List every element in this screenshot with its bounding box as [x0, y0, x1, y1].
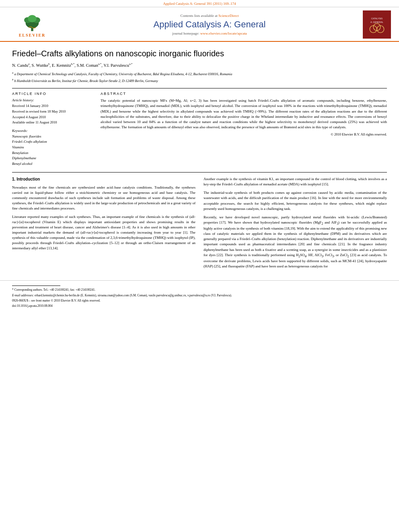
contents-available-line: Contents lists available at ScienceDirec…: [56, 14, 363, 18]
keyword-3: Vitamins: [12, 145, 93, 150]
keywords-list: Nanoscopic fluorides Friedel–Crafts alky…: [12, 134, 93, 167]
article-info-label: ARTICLE INFO: [12, 92, 93, 96]
journal-citation-bar: Applied Catalysis A: General 391 (2011) …: [0, 0, 399, 7]
svg-text:A: GENERAL: A: GENERAL: [370, 21, 383, 23]
svg-text:CATALYSIS: CATALYSIS: [371, 17, 383, 20]
right-para-1: Another example is the synthesis of vita…: [204, 177, 387, 187]
keyword-2: Friedel–Crafts alkylation: [12, 139, 93, 145]
body-section: 1. Introduction Nowadays most of the fin…: [12, 172, 387, 272]
revised-date: Received in revised form 18 May 2010: [12, 109, 93, 115]
journal-name: Applied Catalysis A: General: [56, 19, 363, 30]
available-date: Available online 11 August 2010: [12, 120, 93, 125]
abstract-col: ABSTRACT The catalytic potential of nano…: [101, 92, 387, 166]
affiliation-b: b b Humboldt-Universität zu Berlin, Inst…: [12, 78, 387, 84]
catalysis-logo: CATALYSIS A: GENERAL: [363, 10, 391, 39]
keyword-5: Diphenylmethane: [12, 156, 93, 161]
right-para-2: The industrial-scale synthesis of both p…: [204, 190, 387, 211]
sciencedirect-link[interactable]: ScienceDirect: [218, 14, 239, 18]
authors-line: N. Candua, S. Wuttkeb, E. Kemnitzb,*, S.…: [12, 62, 387, 68]
article-info-col: ARTICLE INFO Article history: Received 1…: [12, 92, 93, 166]
svg-rect-5: [364, 12, 389, 37]
body-two-col: 1. Introduction Nowadays most of the fin…: [12, 177, 387, 272]
elsevier-logo: ELSEVIER: [8, 12, 56, 37]
right-para-3: Recently, we have developed novel nanosc…: [204, 215, 387, 269]
journal-homepage-link[interactable]: www.elsevier.com/locate/apcata: [200, 31, 247, 35]
history-label: Article history:: [12, 98, 93, 102]
body-right-col: Another example is the synthesis of vita…: [204, 177, 387, 272]
abstract-text: The catalytic potential of nanoscopic MF…: [101, 98, 387, 129]
journal-title-center: Contents lists available at ScienceDirec…: [56, 14, 363, 35]
page-footer: * Corresponding authors. Tel.: +40 21410…: [0, 280, 399, 311]
accepted-date: Accepted 4 August 2010: [12, 115, 93, 120]
main-header: ELSEVIER Contents lists available at Sci…: [0, 7, 399, 42]
info-abstract-section: ARTICLE INFO Article history: Received 1…: [12, 88, 387, 166]
article-title: Friedel–Crafts alkylations on nanoscopic…: [12, 48, 387, 59]
elsevier-tree-icon: [16, 12, 48, 32]
doi-note: doi:10.1016/j.apcata.2010.08.004: [12, 304, 387, 308]
intro-para-2: Literature reported many examples of suc…: [12, 214, 195, 251]
affiliation-a: a a Department of Chemical Technology an…: [12, 71, 387, 77]
affiliations: a a Department of Chemical Technology an…: [12, 71, 387, 83]
footer-divider: [12, 286, 60, 286]
email-note: E-mail addresses: erhard.kemnitz@chemie.…: [12, 293, 387, 298]
article-content: Friedel–Crafts alkylations on nanoscopic…: [0, 42, 399, 280]
intro-para-1: Nowadays most of the fine chemicals are …: [12, 185, 195, 211]
intro-heading: 1. Introduction: [12, 177, 195, 183]
keyword-6: Benzyl alcohol: [12, 161, 93, 167]
keywords-label: Keywords:: [12, 129, 93, 133]
keyword-4: Benzylation: [12, 150, 93, 156]
body-left-col: 1. Introduction Nowadays most of the fin…: [12, 177, 195, 272]
elsevier-label: ELSEVIER: [19, 33, 46, 37]
svg-point-4: [28, 15, 37, 22]
copyright-line: © 2010 Elsevier B.V. All rights reserved…: [101, 132, 387, 136]
issn-note: 0926-860X/$ – see front matter © 2010 El…: [12, 298, 387, 303]
keyword-1: Nanoscopic fluorides: [12, 134, 93, 140]
catalysis-logo-icon: CATALYSIS A: GENERAL: [364, 10, 389, 39]
received-date: Received 14 January 2010: [12, 103, 93, 109]
abstract-label: ABSTRACT: [101, 92, 387, 96]
corresponding-note: * Corresponding authors. Tel.: +40 21410…: [12, 288, 387, 292]
journal-citation: Applied Catalysis A: General 391 (2011) …: [163, 2, 236, 6]
journal-homepage: journal homepage: www.elsevier.com/locat…: [56, 31, 363, 35]
